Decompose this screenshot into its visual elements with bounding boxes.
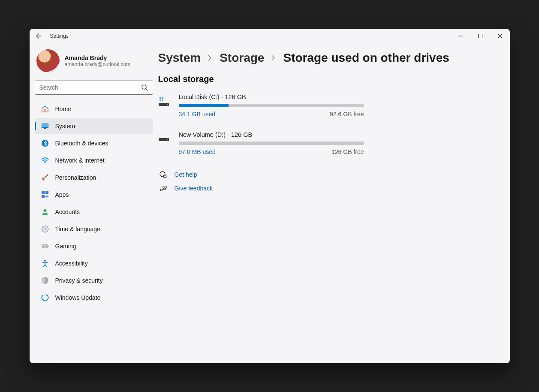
sidebar-item-gaming[interactable]: Gaming (35, 238, 153, 254)
apps-icon (41, 190, 49, 199)
sidebar-item-home[interactable]: Home (35, 101, 153, 117)
svg-point-11 (43, 209, 46, 212)
free-label: 92.6 GB free (330, 111, 364, 118)
sidebar-item-time[interactable]: Time & language (35, 221, 153, 237)
svg-rect-8 (42, 191, 45, 194)
bluetooth-icon (41, 139, 49, 148)
svg-point-18 (47, 247, 48, 247)
give-feedback-link[interactable]: Give feedback (158, 184, 493, 192)
network-icon (41, 156, 49, 165)
section-title: Local storage (158, 74, 493, 84)
svg-text:?: ? (164, 175, 165, 178)
sidebar-item-label: Bluetooth & devices (55, 140, 108, 147)
personalization-icon (41, 173, 49, 182)
system-icon (41, 122, 49, 130)
update-icon (41, 293, 49, 302)
sidebar-item-label: Personalization (55, 174, 96, 181)
back-button[interactable] (34, 32, 42, 40)
svg-point-6 (44, 163, 45, 164)
sidebar-item-network[interactable]: Network & internet (35, 152, 153, 169)
usage-bar (179, 142, 364, 145)
svg-point-19 (44, 260, 46, 262)
minimize-button[interactable] (451, 29, 470, 43)
breadcrumb-storage[interactable]: Storage (220, 51, 264, 65)
drive-title: Local Disk (C:) - 126 GB (179, 93, 364, 100)
svg-point-16 (46, 246, 47, 247)
svg-point-1 (142, 85, 146, 89)
give-feedback-label: Give feedback (175, 185, 213, 192)
usage-bar (179, 104, 364, 107)
search-icon[interactable] (138, 80, 151, 95)
usage-bar-fill (179, 104, 229, 107)
svg-point-22 (167, 104, 168, 105)
sidebar-item-label: Accessibility (55, 260, 88, 267)
svg-rect-23 (160, 97, 161, 99)
profile-email: amanda.brady@outlook.com (65, 61, 131, 67)
maximize-button[interactable] (470, 29, 490, 43)
drive-d[interactable]: New Volume (D:) - 126 GB97.0 MB used126 … (158, 131, 364, 155)
used-label: 97.0 MB used (179, 148, 216, 155)
feedback-icon (158, 184, 168, 192)
free-label: 126 GB free (331, 148, 364, 155)
sidebar-item-label: Windows Update (55, 294, 101, 301)
home-icon (41, 105, 49, 113)
breadcrumb-current: Storage used on other drives (283, 51, 449, 65)
svg-rect-9 (45, 191, 48, 194)
sidebar: Amanda Brady amanda.brady@outlook.com Ho… (30, 43, 158, 363)
sidebar-item-system[interactable]: System (35, 118, 153, 134)
drive-c[interactable]: Local Disk (C:) - 126 GB34.1 GB used92.6… (158, 93, 364, 118)
avatar (36, 49, 60, 72)
sidebar-item-label: Network & internet (55, 157, 105, 164)
svg-rect-14 (42, 244, 48, 248)
window-title: Settings (50, 33, 69, 39)
sidebar-item-accessibility[interactable]: Accessibility (35, 255, 153, 271)
svg-rect-10 (42, 195, 45, 198)
svg-rect-3 (42, 124, 48, 127)
search-input[interactable] (35, 80, 153, 95)
privacy-icon (41, 276, 49, 285)
close-button[interactable] (490, 29, 510, 43)
chevron-right-icon (270, 54, 277, 61)
accessibility-icon (41, 259, 49, 268)
get-help-label: Get help (175, 171, 197, 178)
profile-name: Amanda Brady (65, 54, 131, 61)
accounts-icon (41, 208, 49, 216)
sidebar-item-apps[interactable]: Apps (35, 187, 153, 203)
sidebar-item-accounts[interactable]: Accounts (35, 204, 153, 220)
gaming-icon (41, 242, 49, 250)
sidebar-item-label: Time & language (55, 226, 100, 232)
breadcrumb: System Storage Storage used on other dri… (158, 51, 493, 65)
sidebar-item-label: System (55, 123, 75, 130)
sidebar-item-label: Apps (55, 191, 69, 198)
svg-rect-24 (162, 97, 163, 99)
settings-window: Settings Amanda Brady amanda.brady@outlo… (30, 29, 510, 363)
svg-point-28 (167, 139, 168, 140)
breadcrumb-system[interactable]: System (158, 51, 201, 65)
sidebar-item-bluetooth[interactable]: Bluetooth & devices (35, 135, 153, 151)
search-row (35, 80, 153, 95)
svg-point-13 (45, 229, 45, 229)
sidebar-item-personalization[interactable]: Personalization (35, 169, 153, 186)
svg-rect-26 (162, 100, 163, 101)
titlebar: Settings (30, 29, 510, 43)
svg-point-17 (45, 245, 46, 246)
drive-title: New Volume (D:) - 126 GB (179, 131, 364, 138)
nav-list: HomeSystemBluetooth & devicesNetwork & i… (35, 101, 153, 306)
get-help-link[interactable]: ? Get help (158, 171, 493, 178)
drive-icon (158, 93, 171, 118)
sidebar-item-label: Home (55, 106, 71, 112)
profile-block[interactable]: Amanda Brady amanda.brady@outlook.com (35, 47, 153, 78)
chevron-right-icon (207, 54, 214, 61)
used-label: 34.1 GB used (179, 111, 216, 118)
content: System Storage Storage used on other dri… (158, 43, 510, 363)
svg-point-15 (43, 246, 44, 247)
svg-rect-4 (44, 128, 46, 129)
sidebar-item-label: Accounts (55, 208, 80, 215)
sidebar-item-update[interactable]: Windows Update (35, 289, 153, 306)
sidebar-item-label: Privacy & security (55, 277, 103, 284)
time-icon (41, 225, 49, 233)
drive-icon (158, 131, 171, 155)
svg-point-32 (160, 189, 162, 191)
sidebar-item-privacy[interactable]: Privacy & security (35, 272, 153, 289)
help-icon: ? (158, 171, 168, 178)
